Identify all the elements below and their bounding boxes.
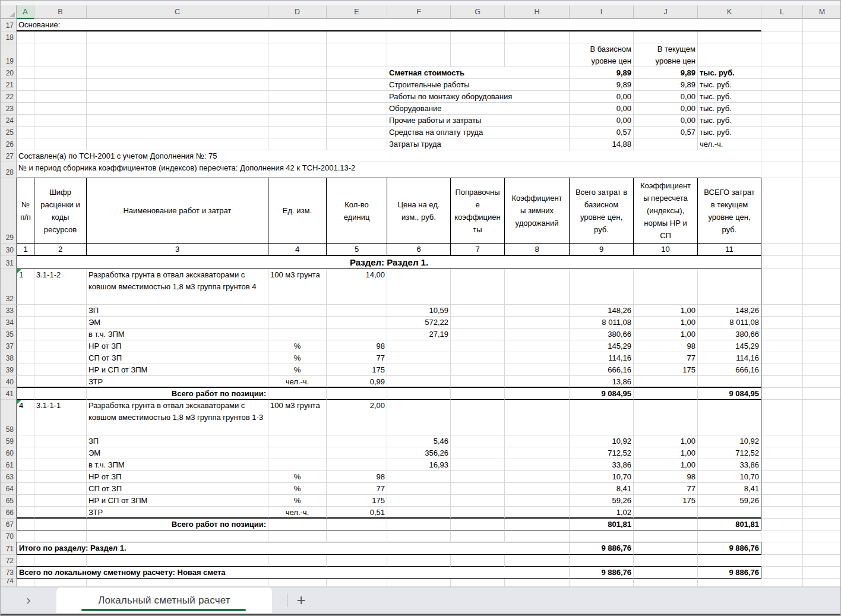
cell-M35[interactable]: [803, 328, 840, 340]
cell-F38[interactable]: [387, 352, 451, 364]
cell-H72[interactable]: [505, 555, 570, 567]
cell-F61[interactable]: 16,93: [387, 459, 451, 471]
cell-D22[interactable]: [268, 91, 327, 103]
cell-G39[interactable]: [451, 364, 505, 376]
cell-L40[interactable]: [761, 376, 803, 388]
cell-I63[interactable]: 10,70: [570, 471, 634, 483]
cell-C30[interactable]: 3: [87, 244, 268, 256]
cell-F34[interactable]: 572,22: [387, 317, 451, 328]
cell-C74[interactable]: [87, 579, 268, 587]
cell-J19[interactable]: В текущем уровне цен: [634, 43, 698, 67]
cell-B30[interactable]: 2: [34, 244, 87, 256]
cell-D72[interactable]: [268, 555, 327, 567]
column-header-B[interactable]: B: [34, 5, 87, 19]
cell-D41[interactable]: [268, 388, 327, 400]
cell-I73[interactable]: 9 886,76: [570, 567, 634, 579]
cell-H63[interactable]: [505, 471, 570, 483]
row-header-34[interactable]: 34: [1, 317, 17, 328]
cell-G58[interactable]: [451, 400, 505, 435]
cell-J66[interactable]: [634, 507, 698, 519]
cell-L38[interactable]: [761, 352, 803, 364]
cell-I22[interactable]: 0,00: [570, 91, 634, 103]
cell-L70[interactable]: [761, 530, 803, 542]
cell-I32[interactable]: [570, 269, 634, 305]
cell-J25[interactable]: 0,57: [634, 127, 698, 138]
cell-I61[interactable]: 33,86: [570, 459, 634, 471]
column-header-D[interactable]: D: [268, 5, 327, 19]
column-header-G[interactable]: G: [451, 5, 505, 19]
cell-J34[interactable]: 1,00: [634, 317, 698, 328]
cell-J74[interactable]: [634, 579, 698, 587]
cell-H35[interactable]: [505, 328, 570, 340]
cell-M61[interactable]: [803, 459, 840, 471]
cell-K30[interactable]: 11: [698, 244, 761, 256]
row-header-27[interactable]: 27: [1, 150, 17, 162]
cell-E70[interactable]: [327, 530, 387, 542]
cell-D29[interactable]: Ед. изм.: [268, 178, 327, 244]
cell-J26[interactable]: [634, 138, 698, 150]
column-header-A[interactable]: A: [17, 5, 34, 19]
row-header-22[interactable]: 22: [1, 91, 17, 103]
column-header-J[interactable]: J: [634, 5, 698, 19]
cell-K22[interactable]: тыс. руб.: [698, 91, 761, 103]
cell-K71[interactable]: 9 886,76: [698, 542, 761, 555]
cell-M27[interactable]: [803, 150, 840, 162]
cell-E64[interactable]: 77: [327, 483, 387, 495]
cell-J35[interactable]: 1,00: [634, 328, 698, 340]
cell-K65[interactable]: 59,26: [698, 495, 761, 507]
cell-L32[interactable]: [761, 269, 803, 305]
cell-C59[interactable]: ЗП: [87, 435, 268, 447]
cell-A58[interactable]: 4: [17, 400, 34, 435]
cell-F74[interactable]: [387, 579, 451, 587]
cell-H70[interactable]: [505, 530, 570, 542]
cell-H37[interactable]: [505, 340, 570, 352]
cell-I29[interactable]: Всего затрат в базисном уровне цен, руб.: [570, 178, 634, 244]
row-header-73[interactable]: 73: [1, 567, 17, 579]
cell-A73[interactable]: Всего по локальному сметному расчету: Но…: [17, 567, 570, 579]
cell-L17[interactable]: [761, 19, 803, 31]
cell-D26[interactable]: [268, 138, 327, 150]
cell-E40[interactable]: 0,99: [327, 376, 387, 388]
cell-C33[interactable]: ЗП: [87, 305, 268, 317]
cell-L64[interactable]: [761, 483, 803, 495]
cell-H32[interactable]: [505, 269, 570, 305]
cell-K58[interactable]: [698, 400, 761, 435]
cell-C66[interactable]: ЗТР: [87, 507, 268, 519]
cell-L24[interactable]: [761, 115, 803, 127]
cell-B72[interactable]: [34, 555, 87, 567]
cell-B29[interactable]: Шифр расценки и коды ресурсов: [34, 178, 87, 244]
cell-G41[interactable]: [451, 388, 505, 400]
row-header-41[interactable]: 41: [1, 388, 17, 400]
cell-M22[interactable]: [803, 91, 840, 103]
cell-F29[interactable]: Цена на ед. изм., руб.: [387, 178, 451, 244]
cell-K64[interactable]: 8,41: [698, 483, 761, 495]
cell-K19[interactable]: [698, 43, 761, 67]
row-header-23[interactable]: 23: [1, 103, 17, 115]
cell-J58[interactable]: [634, 400, 698, 435]
cell-K29[interactable]: ВСЕГО затрат в текущем уровне цен, руб.: [698, 178, 761, 244]
cell-E61[interactable]: [327, 459, 387, 471]
cell-M72[interactable]: [803, 555, 840, 567]
cell-I71[interactable]: 9 886,76: [570, 542, 634, 555]
cell-A60[interactable]: [17, 447, 34, 459]
cell-E25[interactable]: [327, 127, 387, 138]
cell-J20[interactable]: 9,89: [634, 67, 698, 79]
cell-E67[interactable]: [327, 519, 387, 530]
cell-H64[interactable]: [505, 483, 570, 495]
cell-G72[interactable]: [451, 555, 505, 567]
row-header-21[interactable]: 21: [1, 79, 17, 91]
cell-M65[interactable]: [803, 495, 840, 507]
cell-J21[interactable]: 9,89: [634, 79, 698, 91]
cell-E34[interactable]: [327, 317, 387, 328]
cell-F37[interactable]: [387, 340, 451, 352]
cell-J41[interactable]: [634, 388, 698, 400]
cell-D65[interactable]: %: [268, 495, 327, 507]
cell-L22[interactable]: [761, 91, 803, 103]
cell-L28[interactable]: [761, 162, 803, 178]
cell-M38[interactable]: [803, 352, 840, 364]
cell-C25[interactable]: [87, 127, 268, 138]
cell-D66[interactable]: чел.-ч.: [268, 507, 327, 519]
cell-K74[interactable]: [698, 579, 761, 587]
row-header-28[interactable]: 28: [1, 162, 17, 178]
cell-H39[interactable]: [505, 364, 570, 376]
